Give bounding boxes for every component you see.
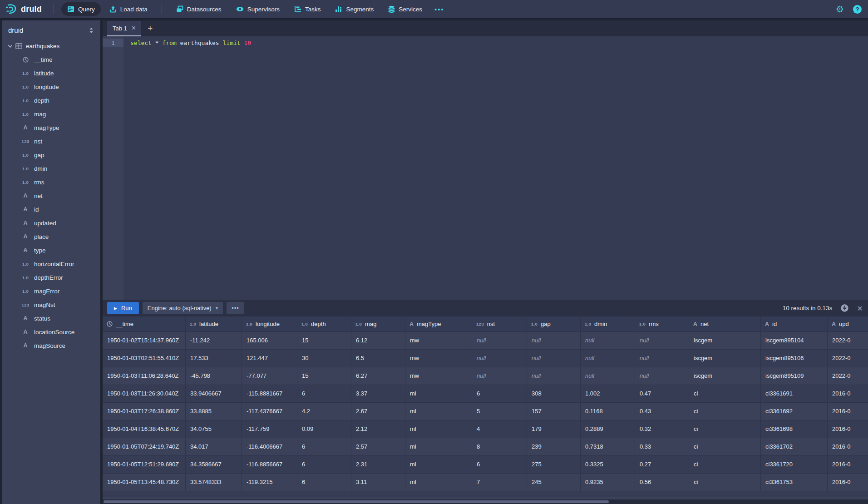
- table-cell[interactable]: ml: [405, 474, 472, 491]
- table-cell[interactable]: 6: [472, 385, 527, 402]
- table-cell[interactable]: 0.1168: [581, 403, 635, 420]
- table-cell[interactable]: ci: [689, 438, 761, 455]
- help-icon[interactable]: ?: [853, 5, 862, 14]
- tab-close-icon[interactable]: ×: [132, 25, 136, 32]
- table-cell[interactable]: 4.2: [297, 403, 351, 420]
- add-tab-button[interactable]: +: [141, 20, 159, 36]
- results-header-longitude[interactable]: 1.0longitude: [242, 316, 297, 331]
- tree-column-status[interactable]: Astatus: [2, 311, 100, 325]
- table-cell[interactable]: 121.447: [242, 350, 297, 367]
- table-cell[interactable]: 6: [472, 456, 527, 473]
- table-cell[interactable]: iscgem895109: [761, 367, 828, 385]
- table-cell[interactable]: 0.43: [635, 403, 689, 420]
- results-header-mag[interactable]: 1.0mag: [351, 316, 405, 331]
- results-header-gap[interactable]: 1.0gap: [527, 316, 581, 331]
- table-cell[interactable]: -119.3215: [242, 474, 297, 491]
- table-cell[interactable]: ci: [689, 456, 761, 473]
- results-header-id[interactable]: Aid: [761, 316, 828, 331]
- sql-editor[interactable]: 1 select * from earthquakes limit 10: [103, 36, 868, 300]
- table-cell[interactable]: 275: [527, 456, 581, 473]
- tree-column-mag[interactable]: 1.0mag: [2, 107, 100, 121]
- table-cell[interactable]: 6.27: [351, 367, 405, 385]
- table-cell[interactable]: 0.3325: [581, 456, 635, 473]
- close-results-icon[interactable]: ×: [857, 304, 863, 313]
- table-cell[interactable]: ci: [689, 385, 761, 402]
- tree-column-nst[interactable]: 123nst: [2, 134, 100, 148]
- table-cell[interactable]: 15: [297, 367, 351, 385]
- tree-column-magError[interactable]: 1.0magError: [2, 284, 100, 298]
- table-cell[interactable]: 245: [527, 474, 581, 491]
- table-cell[interactable]: -117.4376667: [242, 403, 297, 420]
- tree-column-dmin[interactable]: 1.0dmin: [2, 162, 100, 175]
- table-cell[interactable]: ci3361698: [761, 420, 828, 438]
- table-cell[interactable]: ci: [689, 420, 761, 438]
- tree-column-magNst[interactable]: 123magNst: [2, 298, 100, 311]
- table-cell[interactable]: null: [581, 332, 635, 349]
- table-cell[interactable]: 0.2889: [581, 420, 635, 438]
- table-cell[interactable]: 2022-0: [828, 332, 868, 349]
- table-cell[interactable]: mw: [405, 367, 472, 385]
- table-cell[interactable]: 6: [297, 438, 351, 455]
- results-header-__time[interactable]: __time: [103, 316, 186, 331]
- table-cell[interactable]: ci3361720: [761, 456, 828, 473]
- tree-column-magSource[interactable]: AmagSource: [2, 339, 100, 352]
- table-cell[interactable]: 1.002: [581, 385, 635, 402]
- table-cell[interactable]: ci3361691: [761, 385, 828, 402]
- table-cell[interactable]: iscgem: [689, 350, 761, 367]
- table-cell[interactable]: null: [472, 332, 527, 349]
- query-more-button[interactable]: •••: [227, 302, 244, 314]
- nav-item-tasks[interactable]: Tasks: [288, 2, 327, 16]
- table-cell[interactable]: ml: [405, 438, 472, 455]
- table-cell[interactable]: null: [527, 367, 581, 385]
- table-cell[interactable]: 7: [472, 474, 527, 491]
- table-cell[interactable]: null: [527, 350, 581, 367]
- table-cell[interactable]: ml: [405, 403, 472, 420]
- table-cell[interactable]: 1950-01-03T17:26:38.860Z: [103, 403, 186, 420]
- navbar-more-button[interactable]: •••: [430, 5, 449, 13]
- schema-selector[interactable]: druid: [2, 20, 100, 39]
- results-header-upd[interactable]: Aupd: [828, 316, 868, 331]
- table-cell[interactable]: ci3361692: [761, 403, 828, 420]
- table-cell[interactable]: ci: [689, 474, 761, 491]
- tree-column-longitude[interactable]: 1.0longitude: [2, 80, 100, 94]
- tab-1[interactable]: Tab 1 ×: [107, 21, 141, 36]
- table-cell[interactable]: 33.9406667: [186, 385, 242, 402]
- run-button[interactable]: ▶ Run: [107, 302, 139, 314]
- table-cell[interactable]: null: [527, 332, 581, 349]
- table-cell[interactable]: 3.37: [351, 385, 405, 402]
- results-header-net[interactable]: Anet: [689, 316, 761, 331]
- table-cell[interactable]: ci3361702: [761, 438, 828, 455]
- table-cell[interactable]: iscgem: [689, 367, 761, 385]
- table-cell[interactable]: 1950-01-03T11:26:30.040Z: [103, 385, 186, 402]
- table-cell[interactable]: 165.006: [242, 332, 297, 349]
- table-cell[interactable]: 0.27: [635, 456, 689, 473]
- table-cell[interactable]: 2022-0: [828, 367, 868, 385]
- table-cell[interactable]: -77.077: [242, 367, 297, 385]
- table-cell[interactable]: iscgem895106: [761, 350, 828, 367]
- table-cell[interactable]: ci3361753: [761, 474, 828, 491]
- tree-column-updated[interactable]: Aupdated: [2, 216, 100, 230]
- table-cell[interactable]: 1950-01-03T02:51:55.410Z: [103, 350, 186, 367]
- tree-column-place[interactable]: Aplace: [2, 230, 100, 243]
- table-cell[interactable]: 17.533: [186, 350, 242, 367]
- table-cell[interactable]: 1950-01-03T11:06:28.640Z: [103, 367, 186, 385]
- table-cell[interactable]: 3.11: [351, 474, 405, 491]
- table-cell[interactable]: -45.798: [186, 367, 242, 385]
- table-cell[interactable]: null: [581, 350, 635, 367]
- table-cell[interactable]: 239: [527, 438, 581, 455]
- table-cell[interactable]: 0.09: [297, 420, 351, 438]
- table-cell[interactable]: 33.8885: [186, 403, 242, 420]
- table-cell[interactable]: 2016-0: [828, 403, 868, 420]
- tree-column-rms[interactable]: 1.0rms: [2, 175, 100, 189]
- chevron-down-icon[interactable]: [7, 43, 15, 49]
- table-cell[interactable]: ml: [405, 456, 472, 473]
- druid-brand[interactable]: druid: [5, 3, 42, 15]
- tree-column-latitude[interactable]: 1.0latitude: [2, 66, 100, 80]
- tree-column-net[interactable]: Anet: [2, 189, 100, 203]
- results-header-nst[interactable]: 123nst: [472, 316, 527, 331]
- table-cell[interactable]: 2016-0: [828, 385, 868, 402]
- table-cell[interactable]: 0.47: [635, 385, 689, 402]
- table-cell[interactable]: 1950-01-02T15:14:37.960Z: [103, 332, 186, 349]
- table-cell[interactable]: 6: [297, 385, 351, 402]
- tree-table-earthquakes[interactable]: earthquakes: [2, 39, 100, 53]
